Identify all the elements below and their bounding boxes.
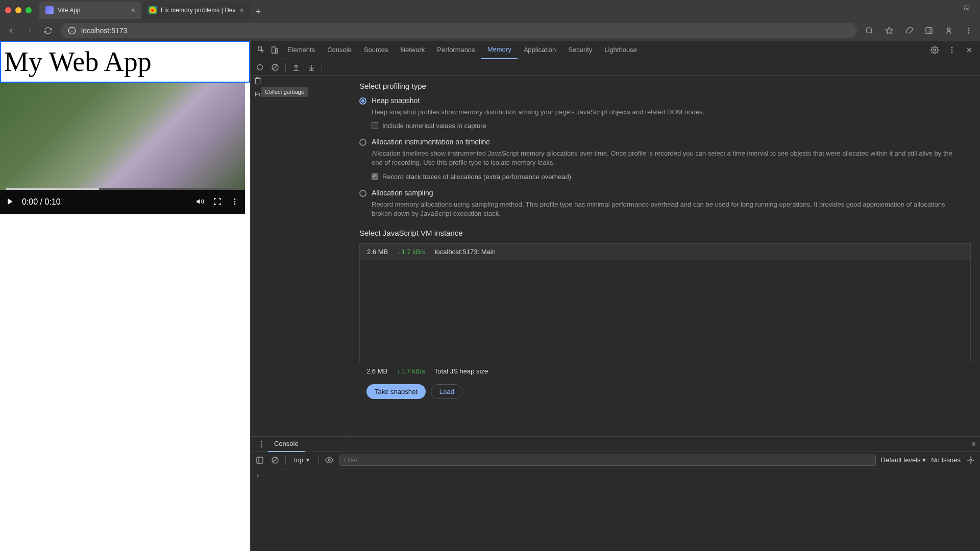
tab-performance[interactable]: Performance [431, 41, 481, 59]
radio-icon[interactable] [359, 97, 366, 105]
svg-marker-15 [197, 199, 200, 204]
incognito-icon[interactable] [963, 4, 975, 16]
console-prompt-icon: › [256, 471, 260, 479]
radio-desc: Allocation timelines show instrumented J… [372, 149, 959, 167]
tab-console[interactable]: Console [321, 41, 358, 59]
action-bar: Take snapshot Load [359, 380, 971, 403]
more-icon[interactable] [945, 41, 959, 59]
issues-count[interactable]: No Issues [931, 456, 961, 464]
profile-icon[interactable] [943, 24, 955, 37]
console-drawer: Console × top ▼ Default levels ▾ No Issu… [251, 436, 980, 551]
vm-rate: 1.7 kB/s [397, 248, 425, 256]
svg-point-33 [261, 441, 262, 443]
reload-button[interactable] [42, 24, 54, 37]
toolbar-actions [863, 24, 975, 37]
gear-icon[interactable] [928, 41, 941, 59]
live-expression-icon[interactable] [324, 455, 334, 465]
tab-network[interactable]: Network [395, 41, 431, 59]
inspect-icon[interactable] [255, 41, 268, 59]
tab-elements[interactable]: Elements [281, 41, 321, 59]
svg-point-18 [234, 203, 236, 205]
console-settings-icon[interactable] [966, 455, 976, 465]
device-icon[interactable] [268, 41, 281, 59]
tab-memory[interactable]: Memory [481, 41, 518, 59]
volume-icon[interactable] [196, 197, 204, 207]
side-panel-icon[interactable] [923, 24, 935, 37]
tab-security[interactable]: Security [562, 41, 598, 59]
window-maximize[interactable] [26, 7, 32, 13]
svg-point-34 [261, 443, 262, 445]
zoom-icon[interactable] [863, 24, 875, 37]
favicon-icon [45, 6, 54, 14]
radio-icon[interactable] [359, 190, 366, 197]
memory-toolbar [251, 59, 980, 76]
tab-vite-app[interactable]: Vite App × [39, 2, 141, 19]
radio-allocation-timeline[interactable]: Allocation instrumentation on timeline [359, 138, 971, 146]
tab-application[interactable]: Application [518, 41, 562, 59]
record-icon[interactable] [255, 62, 265, 72]
svg-rect-8 [926, 28, 932, 34]
profiling-type-title: Select profiling type [359, 82, 971, 90]
radio-icon[interactable] [359, 139, 366, 146]
fullscreen-icon[interactable] [213, 197, 222, 207]
checkbox-numerical[interactable]: Include numerical values in capture [372, 122, 971, 130]
url-input[interactable]: localhost:5173 [60, 23, 857, 38]
vm-instance-row[interactable]: 2.6 MB 1.7 kB/s localhost:5173: Main [359, 243, 971, 260]
log-levels[interactable]: Default levels ▾ [881, 456, 926, 464]
close-icon[interactable]: × [131, 6, 135, 14]
close-icon[interactable]: × [239, 6, 243, 14]
back-button[interactable] [5, 24, 17, 37]
svg-point-10 [947, 28, 950, 31]
console-body[interactable]: › [251, 468, 980, 551]
tab-lighthouse[interactable]: Lighthouse [598, 41, 643, 59]
total-label: Total JS heap size [434, 367, 488, 375]
tabs: Vite App × Fix memory problems | Dev × + [39, 2, 265, 19]
tab-fix-memory[interactable]: Fix memory problems | Dev × [142, 2, 250, 19]
new-tab-button[interactable]: + [251, 5, 265, 19]
garbage-collect-icon[interactable] [254, 77, 262, 86]
memory-sidebar: Collect garbage Profiles [251, 76, 350, 436]
bookmark-icon[interactable] [883, 24, 895, 37]
download-icon[interactable] [306, 62, 316, 72]
drawer-tab-console[interactable]: Console [268, 437, 305, 452]
video-player[interactable]: 0:00 / 0:10 [0, 83, 245, 214]
menu-icon[interactable] [963, 24, 975, 37]
context-selector[interactable]: top ▼ [291, 455, 313, 465]
video-frame [0, 83, 245, 190]
filter-input[interactable] [339, 455, 876, 466]
sidebar-toggle-icon[interactable] [255, 455, 265, 465]
forward-button[interactable] [23, 24, 36, 37]
more-icon[interactable] [231, 197, 239, 207]
checkbox-icon[interactable] [372, 122, 378, 129]
svg-point-13 [968, 32, 970, 34]
svg-point-22 [934, 49, 936, 51]
svg-line-30 [273, 65, 277, 69]
radio-heap-snapshot[interactable]: Heap snapshot [359, 96, 971, 105]
more-icon[interactable] [255, 435, 268, 454]
svg-point-17 [234, 201, 236, 202]
play-icon[interactable] [6, 197, 14, 207]
tab-sources[interactable]: Sources [358, 41, 395, 59]
window-close[interactable] [5, 7, 11, 13]
svg-point-0 [964, 8, 966, 10]
upload-icon[interactable] [291, 62, 301, 72]
load-button[interactable]: Load [431, 384, 463, 399]
page-content: My Web App 0:00 / 0:10 [0, 41, 250, 551]
window-controls [5, 7, 32, 13]
extensions-icon[interactable] [903, 24, 915, 37]
total-rate: 1.7 kB/s [397, 367, 425, 375]
take-snapshot-button[interactable]: Take snapshot [366, 384, 426, 399]
svg-point-28 [257, 64, 263, 70]
window-minimize[interactable] [15, 7, 21, 13]
checkbox-icon[interactable] [372, 173, 378, 180]
close-devtools-icon[interactable] [963, 41, 976, 59]
memory-main: Select profiling type Heap snapshot Heap… [350, 76, 980, 436]
close-drawer-icon[interactable]: × [971, 440, 976, 449]
vm-list-empty [359, 260, 971, 362]
checkbox-stacktraces[interactable]: Record stack traces of allocations (extr… [372, 173, 971, 181]
clear-icon[interactable] [270, 62, 280, 72]
clear-console-icon[interactable] [270, 455, 280, 465]
radio-allocation-sampling[interactable]: Allocation sampling [359, 189, 971, 197]
svg-point-12 [968, 30, 970, 32]
vm-instance-title: Select JavaScript VM instance [359, 229, 971, 237]
